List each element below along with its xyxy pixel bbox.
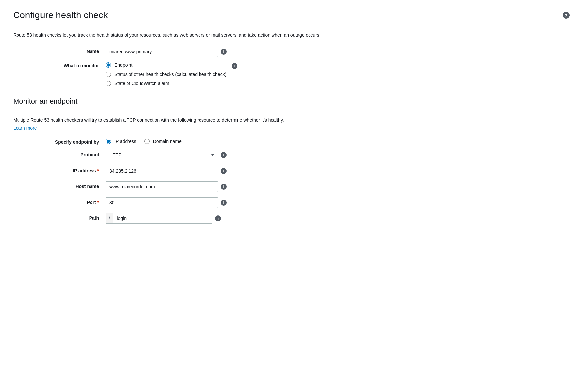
name-label: Name [13, 47, 106, 54]
host-name-label: Host name [13, 181, 106, 189]
radio-endpoint-label: Endpoint [114, 62, 132, 68]
port-field-group: i [106, 197, 227, 208]
path-slash: / [106, 213, 113, 224]
what-to-monitor-options: Endpoint Status of other health checks (… [106, 62, 226, 86]
port-row: Port * i [13, 197, 570, 208]
path-label: Path [13, 213, 106, 221]
name-input[interactable] [106, 47, 218, 57]
page-header: Configure health check ? [13, 10, 570, 26]
ip-address-label: IP address * [13, 166, 106, 173]
host-name-row: Host name i [13, 181, 570, 192]
ip-address-info-icon[interactable]: i [221, 168, 227, 174]
radio-cloudwatch[interactable]: State of CloudWatch alarm [106, 81, 226, 86]
radio-ip-address-label: IP address [114, 139, 136, 144]
what-to-monitor-label: What to monitor [13, 62, 106, 68]
ip-address-field-group: i [106, 166, 227, 176]
monitor-endpoint-section: Monitor an endpoint [13, 97, 570, 106]
page-title: Configure health check [13, 10, 108, 20]
host-name-field-group: i [106, 181, 227, 192]
protocol-info-icon[interactable]: i [221, 152, 227, 158]
monitor-endpoint-divider [13, 114, 570, 114]
ip-address-row: IP address * i [13, 166, 570, 176]
radio-domain-name[interactable]: Domain name [144, 139, 182, 144]
radio-domain-name-label: Domain name [153, 139, 182, 144]
path-row: Path / i [13, 213, 570, 224]
name-info-icon[interactable]: i [221, 49, 227, 55]
path-info-icon[interactable]: i [215, 215, 221, 221]
specify-endpoint-row: Specify endpoint by IP address Domain na… [13, 139, 570, 145]
protocol-label: Protocol [13, 150, 106, 157]
protocol-row: Protocol HTTP HTTPS TCP i [13, 150, 570, 160]
specify-endpoint-options: IP address Domain name [106, 139, 182, 144]
what-to-monitor-row: What to monitor Endpoint Status of other… [13, 62, 570, 86]
host-name-info-icon[interactable]: i [221, 184, 227, 190]
path-input[interactable] [113, 213, 212, 224]
port-label: Port * [13, 197, 106, 205]
path-field-group: / i [106, 213, 221, 224]
name-row: Name i [13, 47, 570, 57]
port-input[interactable] [106, 197, 218, 208]
protocol-field-group: HTTP HTTPS TCP i [106, 150, 227, 160]
radio-ip-address[interactable]: IP address [106, 139, 136, 144]
radio-status-other-label: Status of other health checks (calculate… [114, 72, 226, 77]
monitor-endpoint-desc-block: Multiple Route 53 health checkers will t… [13, 116, 570, 130]
name-field-group: i [106, 47, 227, 57]
radio-cloudwatch-label: State of CloudWatch alarm [114, 81, 169, 86]
path-input-group: / [106, 213, 212, 224]
protocol-select[interactable]: HTTP HTTPS TCP [106, 150, 218, 160]
monitor-endpoint-heading: Monitor an endpoint [13, 97, 570, 106]
host-name-input[interactable] [106, 181, 218, 192]
radio-endpoint[interactable]: Endpoint [106, 62, 226, 68]
what-to-monitor-info-icon[interactable]: i [232, 63, 237, 69]
specify-endpoint-label: Specify endpoint by [13, 139, 106, 145]
ip-address-input[interactable] [106, 166, 218, 176]
radio-status-other[interactable]: Status of other health checks (calculate… [106, 72, 226, 77]
help-icon[interactable]: ? [563, 12, 570, 19]
section-divider [13, 94, 570, 94]
port-info-icon[interactable]: i [221, 200, 227, 206]
monitor-endpoint-description: Multiple Route 53 health checkers will t… [13, 116, 410, 124]
learn-more-link[interactable]: Learn more [13, 125, 37, 131]
page-description: Route 53 health checks let you track the… [13, 31, 410, 39]
